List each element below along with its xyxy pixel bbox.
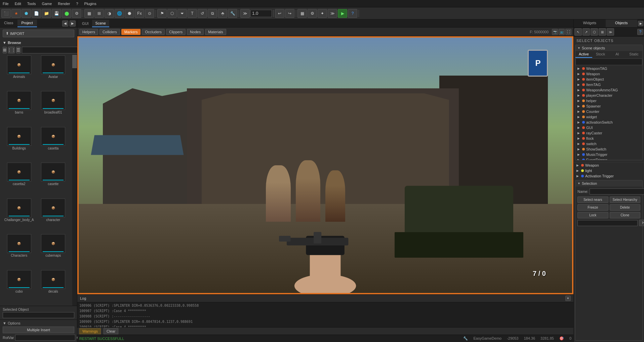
tab-scene[interactable]: Scene — [92, 20, 109, 27]
toolbar-btn-2[interactable]: ★ — [11, 9, 21, 18]
toolbar-btn-3[interactable]: ⬟ — [22, 9, 31, 18]
asset-item-casette[interactable]: 📦 casette — [37, 163, 70, 197]
selection-header[interactable]: ▼ Selection — [575, 180, 642, 186]
toolbar-btn-14[interactable]: Fx — [135, 9, 144, 18]
toolbar-btn-1[interactable]: ⬛ — [1, 9, 11, 18]
menu-game[interactable]: Game — [40, 1, 53, 6]
toolbar-btn-12[interactable]: 🌐 — [115, 9, 124, 18]
selected-object-input[interactable] — [3, 312, 74, 318]
browse-list-btn[interactable]: ⋮⋮ — [8, 47, 15, 53]
rot-input[interactable]: 0 — [15, 335, 75, 341]
obj-item-activationswitch[interactable]: ▶ activationSwitch — [575, 120, 642, 125]
left-nav-prev[interactable]: ◀ — [62, 20, 68, 27]
warnings-button[interactable]: Warnings — [79, 328, 101, 334]
rp-icon-3[interactable]: ⬡ — [591, 28, 598, 36]
asset-scrollbar[interactable] — [72, 54, 77, 306]
asset-item-characters[interactable]: 📦 Characters — [3, 234, 36, 268]
name-input[interactable] — [590, 188, 644, 195]
asset-item-character[interactable]: 📦 character — [37, 199, 70, 233]
delete-button[interactable]: Delete — [610, 204, 641, 211]
helpers-btn[interactable]: Helpers — [79, 29, 98, 35]
asset-item-cubemaps[interactable]: 📦 cubemaps — [37, 234, 70, 268]
right-nav-expand[interactable]: ▶ — [638, 21, 643, 26]
colliders-btn[interactable]: Colliders — [99, 29, 120, 35]
asset-item-broadleaf01[interactable]: 📦 broadleaf01 — [37, 91, 70, 125]
occluders-btn[interactable]: Occluders — [142, 29, 165, 35]
obj-item-widget[interactable]: ▶ widget — [575, 114, 642, 120]
asset-item-buildings[interactable]: 📦 Buildings — [3, 127, 36, 161]
select-nears-button[interactable]: Select nears — [577, 197, 608, 203]
rp-icon-2[interactable]: ↗ — [582, 28, 590, 36]
toolbar-btn-17[interactable]: ⬡ — [167, 9, 177, 18]
toolbar-btn-15[interactable]: ⊙ — [145, 9, 154, 18]
tab-gui[interactable]: GUI — [79, 20, 92, 27]
log-tab[interactable]: Log — [80, 296, 86, 300]
toolbar-btn-18[interactable]: ⏷ — [177, 9, 187, 18]
options-header[interactable]: ▼ Options — [3, 321, 74, 325]
obj-item-counter[interactable]: ▶ Counter — [575, 109, 642, 114]
rp-help-btn[interactable]: ? — [637, 29, 643, 35]
toolbar-btn-7[interactable]: ⬤ — [62, 9, 71, 18]
obj-item-itemobject[interactable]: ▶ itemObject — [575, 77, 642, 82]
obj-item-itemtag[interactable]: ▶ ItemTAG — [575, 82, 642, 87]
toolbar-btn-9[interactable]: ▦ — [84, 9, 94, 18]
browse-detail-btn[interactable]: ☰ — [16, 47, 21, 53]
toolbar-btn-10[interactable]: ⊞ — [94, 9, 104, 18]
freeze-button[interactable]: Freeze — [577, 204, 608, 211]
obj-item-gui[interactable]: ▶ GUI — [575, 125, 642, 130]
browse-grid-btn[interactable]: ⊞ — [3, 47, 7, 53]
asset-item-casetta[interactable]: 📦 casetta — [37, 127, 70, 161]
toolbar-btn-5[interactable]: 📁 — [42, 9, 51, 18]
rp-icon-5[interactable]: ≫ — [607, 28, 614, 36]
tab-class[interactable]: Class — [0, 19, 17, 27]
toolbar-btn-13[interactable]: ⬣ — [125, 9, 134, 18]
obj-item-weaponammotag[interactable]: ▶ WeaponAmmoTAG — [575, 87, 642, 93]
rp-icon-4[interactable]: ⊞ — [599, 28, 606, 36]
objects-search-input[interactable] — [575, 58, 642, 65]
scene-objects-header[interactable]: ▼ Scene objects — [575, 45, 642, 51]
obj-item-raycaster[interactable]: ▶ rayCaster — [575, 130, 642, 136]
toolbar-btn-6[interactable]: 💾 — [52, 9, 61, 18]
help-btn[interactable]: ? — [348, 9, 357, 18]
toolbar-btn-undo[interactable]: ↩ — [275, 9, 284, 18]
play-btn[interactable]: ▶ — [338, 9, 347, 18]
menu-edit[interactable]: Edit — [13, 1, 23, 6]
log-close-btn[interactable]: ✕ — [565, 296, 571, 301]
toolbar-btn-19[interactable]: T — [188, 9, 197, 18]
scene-view[interactable]: + ✏ ➕ 7 / 0 ☰ P — [77, 36, 573, 294]
obj-item-weapon[interactable]: ▶ Weapon — [575, 71, 642, 77]
materials-btn[interactable]: Materials — [205, 29, 226, 35]
asset-item-cubo[interactable]: 📦 cubo — [3, 270, 36, 304]
left-nav-next[interactable]: ▶ — [70, 20, 76, 27]
obj-item-playercharacter[interactable]: ▶ playerCharacter — [575, 93, 642, 98]
toolbar-btn-20[interactable]: ↺ — [198, 9, 207, 18]
sub-tab-static[interactable]: Static — [626, 51, 642, 58]
sub-tab-active[interactable]: Active — [575, 51, 592, 58]
toolbar-speed-input[interactable] — [250, 10, 272, 17]
select-hierarchy-button[interactable]: Select Hierarchy — [610, 197, 641, 203]
sub-tab-stock[interactable]: Stock — [592, 51, 609, 58]
toolbar-btn-8[interactable]: ⚙ — [72, 9, 81, 18]
import-button[interactable]: ⬆ IMPORT — [3, 30, 74, 37]
obj-item-spawner[interactable]: ▶ Spawner — [575, 103, 642, 109]
obj-item-switch[interactable]: ▶ switch — [575, 141, 642, 146]
multiple-insert-button[interactable]: Multiple Insert — [3, 327, 74, 333]
markers-btn[interactable]: Markers — [121, 29, 141, 35]
clippers-btn[interactable]: Clippers — [166, 29, 186, 35]
menu-help[interactable]: ? — [75, 1, 79, 6]
obj-item-eventtrigger[interactable]: ▶ EventTrigger — [575, 157, 642, 160]
hide-input[interactable] — [577, 220, 638, 226]
toolbar-btn-redo[interactable]: ↪ — [285, 9, 294, 18]
obj-item-weapontag[interactable]: ▶ WeaponTAG — [575, 66, 642, 71]
tab-project[interactable]: Project — [17, 19, 37, 27]
menu-plugins[interactable]: Plugins — [83, 1, 98, 6]
toolbar-btn-25[interactable]: ≫ — [328, 9, 337, 18]
toolbar-btn-23[interactable]: 🔧 — [228, 9, 237, 18]
view-btn-2[interactable]: 📺 — [559, 29, 565, 35]
obj-item-helper[interactable]: ▶ helper — [575, 98, 642, 103]
toolbar-btn-16[interactable]: ⚑ — [157, 9, 167, 18]
clear-log-button[interactable]: Clear — [104, 328, 118, 334]
sub-tab-ai[interactable]: AI — [609, 51, 626, 58]
tab-objects[interactable]: Objects — [606, 19, 638, 27]
obj-item-musictrigger[interactable]: ▶ MusicTrigger — [575, 152, 642, 157]
